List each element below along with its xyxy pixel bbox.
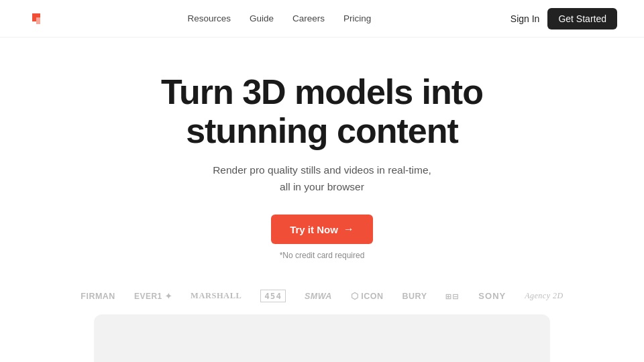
hero-subtitle: Render pro quality stills and videos in … <box>213 162 431 196</box>
nav-links: Resources Guide Careers Pricing <box>187 13 371 23</box>
hero-title: Turn 3D models into stunning content <box>161 72 483 150</box>
try-now-label: Try it Now <box>290 224 338 235</box>
try-now-button[interactable]: Try it Now → <box>271 215 373 244</box>
brand-454: 454 <box>260 290 286 302</box>
brand-bury: BURY <box>402 292 427 301</box>
brand-icon: ⬡ ICON <box>351 291 384 301</box>
no-credit-text: *No credit card required <box>280 251 365 260</box>
nav-pricing[interactable]: Pricing <box>343 13 371 23</box>
brands-section: FIRMAN EVER1 ✦ Marshall 454 smwa ⬡ ICON … <box>0 276 644 314</box>
hero-cta: Try it Now → *No credit card required <box>271 215 373 260</box>
navbar: Resources Guide Careers Pricing Sign In … <box>0 0 644 38</box>
nav-resources[interactable]: Resources <box>187 13 231 23</box>
logo[interactable] <box>27 8 48 29</box>
demo-area <box>94 314 550 362</box>
brand-everi: EVER1 ✦ <box>134 292 172 301</box>
nav-careers[interactable]: Careers <box>292 13 325 23</box>
brand-grid: ⊞⊟ <box>446 291 460 302</box>
get-started-button[interactable]: Get Started <box>547 8 617 29</box>
brand-agency2d: Agency 2D <box>525 291 563 301</box>
nav-actions: Sign In Get Started <box>511 8 617 29</box>
try-now-arrow: → <box>343 223 354 235</box>
logo-icon <box>27 8 48 29</box>
hero-section: Turn 3D models into stunning content Ren… <box>0 38 644 276</box>
brand-sony: SONY <box>478 291 506 301</box>
brand-smwa: smwa <box>305 292 332 301</box>
brand-marshall: Marshall <box>191 291 241 301</box>
nav-guide[interactable]: Guide <box>250 13 274 23</box>
signin-button[interactable]: Sign In <box>511 13 540 24</box>
brand-firman: FIRMAN <box>80 292 115 301</box>
